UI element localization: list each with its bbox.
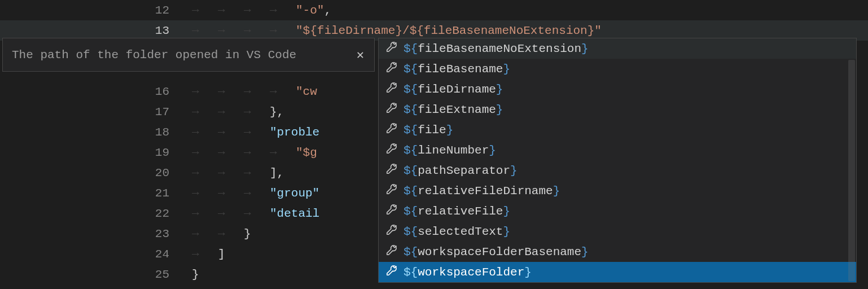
wrench-icon [385,163,398,178]
code-editor[interactable]: 12→→→→"-o",13→→→→"${fileDirname}/${fileB… [0,0,868,289]
line-number: 23 [0,227,192,240]
scrollbar[interactable] [848,60,855,281]
suggestion-item-selectedText[interactable]: ${selectedText} [379,221,856,242]
suggestion-label: ${pathSeparator} [404,164,518,177]
suggestion-label: ${lineNumber} [404,144,496,157]
suggestion-label: ${fileExtname} [404,103,503,116]
line-number: 17 [0,106,192,119]
line-number: 20 [0,167,192,179]
wrench-icon [385,244,398,260]
suggestion-label: ${fileDirname} [404,83,503,96]
tooltip-text: The path of the folder opened in VS Code [12,49,296,62]
line-number: 24 [0,248,192,261]
wrench-icon [385,142,398,158]
suggestion-item-fileExtname[interactable]: ${fileExtname} [379,99,856,120]
suggestion-label: ${workspaceFolder} [404,266,532,279]
wrench-icon [385,122,398,138]
suggestion-label: ${workspaceFolderBasename} [404,246,589,259]
line-content: →→→→"-o", [192,4,868,17]
line-number: 13 [0,24,192,37]
line-number: 12 [0,4,192,17]
line-number: 21 [0,187,192,200]
wrench-icon [385,264,398,280]
suggestion-label: ${relativeFileDirname} [404,185,560,198]
suggestion-item-workspaceFolderBasename[interactable]: ${workspaceFolderBasename} [379,242,856,262]
code-line[interactable]: 12→→→→"-o", [0,0,868,20]
suggestion-item-lineNumber[interactable]: ${lineNumber} [379,140,856,160]
wrench-icon [385,41,398,56]
suggestion-label: ${relativeFile} [404,205,510,218]
line-number: 18 [0,126,192,139]
suggestion-item-pathSeparator[interactable]: ${pathSeparator} [379,160,856,181]
suggestion-label: ${fileBasenameNoExtension} [404,42,589,55]
line-number: 22 [0,207,192,220]
line-number: 25 [0,268,192,281]
suggestion-label: ${selectedText} [404,225,510,238]
wrench-icon [385,61,398,77]
wrench-icon [385,224,398,239]
suggestion-label: ${file} [404,124,453,137]
wrench-icon [385,81,398,97]
line-content: →→→→"${fileDirname}/${fileBasenameNoExte… [192,24,868,37]
suggestion-item-fileBasename[interactable]: ${fileBasename} [379,59,856,79]
suggestion-item-fileDirname[interactable]: ${fileDirname} [379,79,856,99]
suggestion-item-relativeFile[interactable]: ${relativeFile} [379,201,856,221]
wrench-icon [385,203,398,219]
wrench-icon [385,183,398,199]
suggestion-item-relativeFileDirname[interactable]: ${relativeFileDirname} [379,181,856,201]
suggestion-item-fileBasenameNoExtension[interactable]: ${fileBasenameNoExtension} [379,38,856,59]
wrench-icon [385,102,398,117]
intellisense-suggest-widget[interactable]: ${fileBasenameNoExtension}${fileBasename… [378,38,857,283]
suggestion-item-workspaceFolder[interactable]: ${workspaceFolder} [379,262,856,282]
suggestion-item-file[interactable]: ${file} [379,120,856,140]
suggestion-label: ${fileBasename} [404,63,510,76]
suggestion-details-tooltip: The path of the folder opened in VS Code… [2,38,375,72]
close-icon[interactable]: ✕ [354,45,366,65]
line-number: 19 [0,146,192,159]
line-number: 16 [0,85,192,98]
